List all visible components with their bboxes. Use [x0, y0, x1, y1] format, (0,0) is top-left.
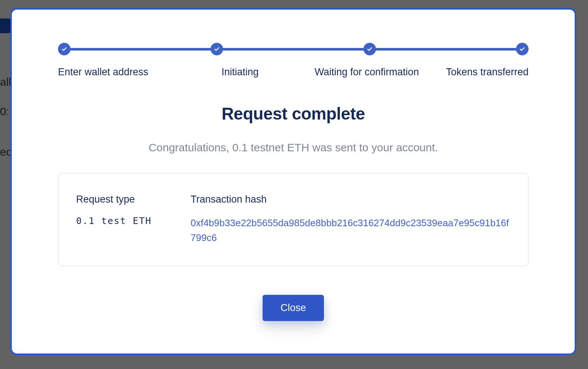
progress-stepper: Enter wallet address Initiating Waiting …: [58, 43, 529, 83]
step-dot-4: [516, 43, 529, 55]
check-icon: [61, 46, 68, 52]
check-icon: [213, 46, 220, 52]
check-icon: [519, 46, 526, 52]
check-icon: [366, 46, 373, 52]
step-dot-2: [211, 43, 223, 55]
request-type-value: 0.1 test ETH: [76, 215, 168, 226]
step-label-enter-wallet: Enter wallet address: [58, 66, 150, 78]
request-complete-modal: Enter wallet address Initiating Waiting …: [10, 8, 576, 355]
step-label-waiting: Waiting for confirmation: [308, 66, 426, 78]
step-label-initiating: Initiating: [194, 66, 286, 78]
close-button[interactable]: Close: [263, 295, 324, 321]
request-type-label: Request type: [76, 194, 168, 205]
transaction-details-box: Request type 0.1 test ETH Transaction ha…: [58, 173, 529, 266]
transaction-hash-label: Transaction hash: [191, 194, 510, 205]
transaction-hash-link[interactable]: 0xf4b9b33e22b5655da985de8bbb216c316274dd…: [191, 217, 509, 243]
step-label-transferred: Tokens transferred: [436, 66, 529, 78]
transaction-hash-column: Transaction hash 0xf4b9b33e22b5655da985d…: [191, 194, 510, 245]
stepper-dots: [58, 43, 529, 55]
modal-title: Request complete: [58, 104, 529, 124]
stepper-labels: Enter wallet address Initiating Waiting …: [58, 66, 529, 78]
modal-actions: Close: [58, 295, 529, 321]
request-type-column: Request type 0.1 test ETH: [76, 194, 168, 245]
step-dot-3: [363, 43, 376, 55]
step-dot-1: [58, 43, 71, 55]
modal-subtitle: Congratulations, 0.1 testnet ETH was sen…: [58, 141, 529, 154]
